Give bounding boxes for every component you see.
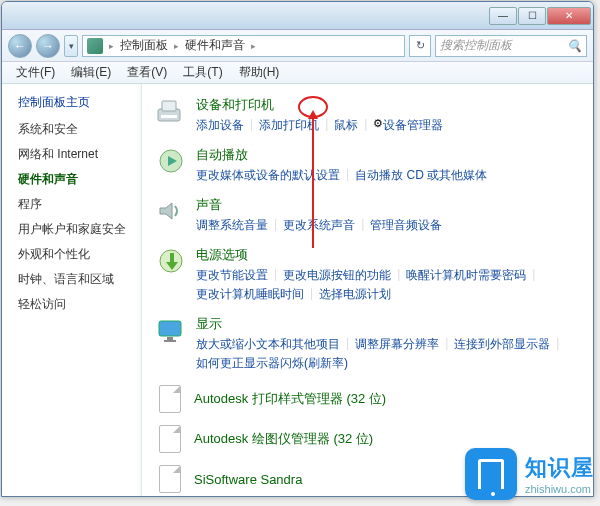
chevron-right-icon: ▸: [249, 41, 258, 51]
search-icon: 🔍: [567, 39, 582, 53]
category-display-title[interactable]: 显示: [196, 315, 579, 333]
search-placeholder: 搜索控制面板: [440, 37, 512, 54]
category-devices: 设备和打印机 添加设备| 添加打印机| 鼠标| ⚙ 设备管理器: [156, 96, 579, 134]
watermark-en: zhishiwu.com: [525, 483, 594, 495]
file-icon: [156, 464, 184, 494]
breadcrumb-current[interactable]: 硬件和声音: [185, 37, 245, 54]
link-change-defaults[interactable]: 更改媒体或设备的默认设置: [196, 167, 340, 184]
menu-tools[interactable]: 工具(T): [175, 62, 230, 83]
maximize-button[interactable]: ☐: [518, 7, 546, 25]
svg-rect-2: [161, 115, 177, 118]
link-audio-devices[interactable]: 管理音频设备: [370, 217, 442, 234]
refresh-button[interactable]: ↻: [409, 35, 431, 57]
link-text-size[interactable]: 放大或缩小文本和其他项目: [196, 336, 340, 353]
gear-icon: ⚙: [373, 117, 383, 134]
svg-rect-7: [159, 321, 181, 336]
watermark-text: 知识屋 zhishiwu.com: [525, 453, 594, 495]
link-wake-password[interactable]: 唤醒计算机时需要密码: [406, 267, 526, 284]
breadcrumb-root[interactable]: 控制面板: [120, 37, 168, 54]
file-label: Autodesk 绘图仪管理器 (32 位): [194, 430, 373, 448]
navigation-bar: ← → ▾ ▸ 控制面板 ▸ 硬件和声音 ▸ ↻ 搜索控制面板 🔍: [2, 30, 593, 62]
link-add-printer[interactable]: 添加打印机: [259, 117, 319, 134]
category-autoplay-title[interactable]: 自动播放: [196, 146, 579, 164]
close-button[interactable]: ✕: [547, 7, 591, 25]
sidebar-item-clock[interactable]: 时钟、语言和区域: [18, 271, 141, 288]
sidebar-item-accounts[interactable]: 用户帐户和家庭安全: [18, 221, 141, 238]
link-add-device[interactable]: 添加设备: [196, 117, 244, 134]
category-autoplay: 自动播放 更改媒体或设备的默认设置| 自动播放 CD 或其他媒体: [156, 146, 579, 184]
body: 控制面板主页 系统和安全 网络和 Internet 硬件和声音 程序 用户帐户和…: [2, 84, 593, 496]
watermark-cn: 知识屋: [525, 453, 594, 483]
file-label: Autodesk 打印样式管理器 (32 位): [194, 390, 386, 408]
chevron-right-icon: ▸: [107, 41, 116, 51]
category-devices-title[interactable]: 设备和打印机: [196, 96, 579, 114]
autoplay-icon: [156, 146, 186, 176]
window-controls: — ☐ ✕: [489, 7, 591, 25]
svg-rect-8: [167, 337, 173, 340]
link-autoplay-cd[interactable]: 自动播放 CD 或其他媒体: [355, 167, 487, 184]
file-label: SiSoftware Sandra: [194, 472, 302, 487]
link-device-manager[interactable]: 设备管理器: [383, 117, 443, 134]
sidebar-item-appearance[interactable]: 外观和个性化: [18, 246, 141, 263]
sidebar-item-ease[interactable]: 轻松访问: [18, 296, 141, 313]
control-panel-window: — ☐ ✕ ← → ▾ ▸ 控制面板 ▸ 硬件和声音 ▸ ↻ 搜索控制面板 🔍 …: [1, 1, 594, 497]
category-sound-title[interactable]: 声音: [196, 196, 579, 214]
watermark: 知识屋 zhishiwu.com: [465, 448, 594, 500]
menu-edit[interactable]: 编辑(E): [63, 62, 119, 83]
category-power-title[interactable]: 电源选项: [196, 246, 579, 264]
content-pane: 设备和打印机 添加设备| 添加打印机| 鼠标| ⚙ 设备管理器 自动播放: [142, 84, 593, 496]
category-display: 显示 放大或缩小文本和其他项目| 调整屏幕分辨率| 连接到外部显示器| 如何更正…: [156, 315, 579, 372]
link-mouse[interactable]: 鼠标: [334, 117, 358, 134]
chevron-right-icon: ▸: [172, 41, 181, 51]
link-external-display[interactable]: 连接到外部显示器: [454, 336, 550, 353]
svg-rect-9: [164, 340, 176, 342]
history-dropdown[interactable]: ▾: [64, 35, 78, 57]
category-sound: 声音 调整系统音量| 更改系统声音| 管理音频设备: [156, 196, 579, 234]
file-item[interactable]: Autodesk 打印样式管理器 (32 位): [156, 384, 579, 414]
sidebar: 控制面板主页 系统和安全 网络和 Internet 硬件和声音 程序 用户帐户和…: [2, 84, 142, 496]
link-system-sounds[interactable]: 更改系统声音: [283, 217, 355, 234]
link-power-plan[interactable]: 选择电源计划: [319, 286, 391, 303]
sidebar-home-link[interactable]: 控制面板主页: [18, 94, 141, 111]
file-icon: [156, 384, 184, 414]
display-icon: [156, 315, 186, 345]
sidebar-item-system[interactable]: 系统和安全: [18, 121, 141, 138]
link-volume[interactable]: 调整系统音量: [196, 217, 268, 234]
menu-file[interactable]: 文件(F): [8, 62, 63, 83]
control-panel-icon: [87, 38, 103, 54]
svg-marker-5: [160, 203, 172, 219]
search-input[interactable]: 搜索控制面板 🔍: [435, 35, 587, 57]
forward-button[interactable]: →: [36, 34, 60, 58]
sidebar-item-network[interactable]: 网络和 Internet: [18, 146, 141, 163]
menu-view[interactable]: 查看(V): [119, 62, 175, 83]
category-power: 电源选项 更改节能设置| 更改电源按钮的功能| 唤醒计算机时需要密码| 更改计算…: [156, 246, 579, 303]
link-resolution[interactable]: 调整屏幕分辨率: [355, 336, 439, 353]
back-button[interactable]: ←: [8, 34, 32, 58]
watermark-logo-icon: [465, 448, 517, 500]
link-sleep-time[interactable]: 更改计算机睡眠时间: [196, 286, 304, 303]
address-bar[interactable]: ▸ 控制面板 ▸ 硬件和声音 ▸: [82, 35, 405, 57]
sidebar-item-programs[interactable]: 程序: [18, 196, 141, 213]
menu-bar: 文件(F) 编辑(E) 查看(V) 工具(T) 帮助(H): [2, 62, 593, 84]
menu-help[interactable]: 帮助(H): [231, 62, 288, 83]
link-save-power[interactable]: 更改节能设置: [196, 267, 268, 284]
sound-icon: [156, 196, 186, 226]
minimize-button[interactable]: —: [489, 7, 517, 25]
titlebar: — ☐ ✕: [2, 2, 593, 30]
file-icon: [156, 424, 184, 454]
sidebar-item-hardware[interactable]: 硬件和声音: [18, 171, 141, 188]
link-power-button[interactable]: 更改电源按钮的功能: [283, 267, 391, 284]
devices-icon: [156, 96, 186, 126]
power-icon: [156, 246, 186, 276]
link-refresh-rate[interactable]: 如何更正显示器闪烁(刷新率): [196, 355, 348, 372]
svg-rect-1: [162, 101, 176, 111]
